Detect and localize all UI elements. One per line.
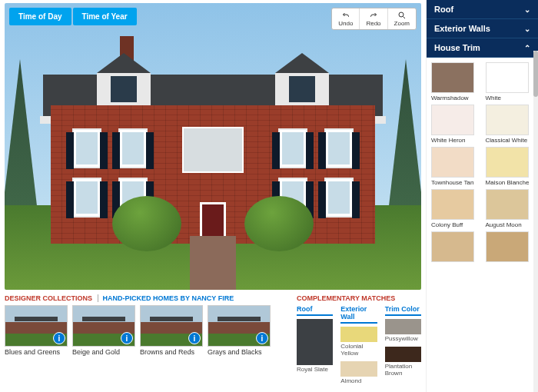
svg-point-0 xyxy=(399,12,404,17)
complementary-swatch[interactable] xyxy=(340,327,377,342)
swatch-label: White Heron xyxy=(431,137,480,144)
zoom-icon xyxy=(397,11,407,20)
swatch-label: Colonial Yellow xyxy=(340,343,377,357)
collection-card[interactable]: iBeige and Gold xyxy=(72,305,135,356)
swatch-label: Pussywillow xyxy=(385,335,421,342)
collection-card[interactable]: iBlues and Greens xyxy=(5,305,68,356)
accordion-trim[interactable]: House Trim⌃ xyxy=(427,38,538,58)
palette-swatch[interactable]: Colony Buff xyxy=(431,189,480,228)
palette-swatch[interactable]: Warmshadow xyxy=(431,62,480,101)
info-icon[interactable]: i xyxy=(256,332,268,344)
complementary-col-title: Roof xyxy=(297,305,333,316)
redo-button[interactable]: Redo xyxy=(360,8,387,29)
palette-swatch[interactable]: White xyxy=(486,62,534,101)
palette-swatch[interactable]: Townhouse Tan xyxy=(431,147,480,186)
swatch-label: Colony Buff xyxy=(431,221,480,228)
collection-label: Blues and Greens xyxy=(5,348,68,356)
complementary-header: COMPLEMENTARY MATCHES xyxy=(297,294,421,302)
info-icon[interactable]: i xyxy=(121,332,133,344)
redo-icon xyxy=(369,11,378,20)
collection-label: Browns and Reds xyxy=(140,348,203,356)
palette-swatch[interactable] xyxy=(486,231,534,264)
collection-label: Beige and Gold xyxy=(72,348,135,356)
chevron-down-icon: ⌄ xyxy=(524,25,530,33)
zoom-button[interactable]: Zoom xyxy=(388,8,416,29)
swatch-label: Classical White xyxy=(486,137,534,144)
undo-icon xyxy=(341,11,350,20)
time-of-year-button[interactable]: Time of Year xyxy=(73,8,137,25)
accordion-roof[interactable]: Roof⌄ xyxy=(427,0,538,19)
complementary-swatch[interactable] xyxy=(385,347,421,362)
info-icon[interactable]: i xyxy=(53,332,65,344)
canvas-toolbar: Undo Redo Zoom xyxy=(331,8,417,30)
chevron-up-icon: ⌃ xyxy=(524,44,530,52)
palette-swatch[interactable]: Classical White xyxy=(486,105,534,144)
scrollbar[interactable] xyxy=(533,51,538,392)
swatch-label: Almond xyxy=(340,377,377,384)
info-icon[interactable]: i xyxy=(188,332,201,344)
palette-swatch[interactable] xyxy=(431,231,480,264)
complementary-swatch[interactable] xyxy=(340,361,377,377)
palette-swatch[interactable]: August Moon xyxy=(486,189,534,228)
undo-button[interactable]: Undo xyxy=(332,8,360,29)
collection-label: Grays and Blacks xyxy=(208,348,271,356)
swatch-label: Warmshadow xyxy=(431,95,480,101)
collection-card[interactable]: iBrowns and Reds xyxy=(140,305,203,356)
swatch-label: Plantation Brown xyxy=(385,363,421,377)
complementary-col-title: Exterior Wall xyxy=(340,305,377,324)
chevron-down-icon: ⌄ xyxy=(524,5,530,14)
collection-card[interactable]: iGrays and Blacks xyxy=(208,305,271,356)
complementary-col-title: Trim Color xyxy=(385,305,421,316)
house-preview[interactable]: Time of Day Time of Year Undo Redo Zoom xyxy=(5,3,421,290)
accordion-walls[interactable]: Exterior Walls⌄ xyxy=(427,19,538,38)
swatch-label: Maison Blanche xyxy=(486,179,534,186)
designer-header: DESIGNER COLLECTIONS HAND-PICKED HOMES B… xyxy=(5,294,289,302)
time-of-day-button[interactable]: Time of Day xyxy=(9,8,71,25)
palette-swatch[interactable]: Maison Blanche xyxy=(486,147,534,186)
swatch-label: August Moon xyxy=(486,221,534,228)
swatch-label: White xyxy=(486,95,534,101)
swatch-label: Townhouse Tan xyxy=(431,179,480,186)
swatch-label: Royal Slate xyxy=(297,366,333,373)
complementary-swatch[interactable] xyxy=(297,319,333,365)
palette-swatch[interactable]: White Heron xyxy=(431,105,480,144)
complementary-swatch[interactable] xyxy=(385,319,421,334)
